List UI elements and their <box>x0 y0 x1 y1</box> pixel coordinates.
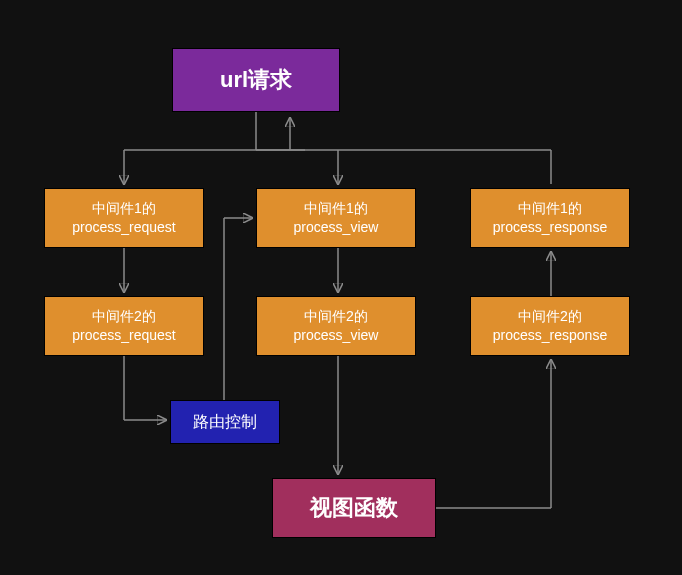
node-mw1-process-view: 中间件1的 process_view <box>256 188 416 248</box>
node-mw1-process-request: 中间件1的 process_request <box>44 188 204 248</box>
node-url-request: url请求 <box>172 48 340 112</box>
node-routing-control: 路由控制 <box>170 400 280 444</box>
node-mw2-process-request: 中间件2的 process_request <box>44 296 204 356</box>
node-view-function: 视图函数 <box>272 478 436 538</box>
node-mw2-process-response: 中间件2的 process_response <box>470 296 630 356</box>
node-mw1-process-response: 中间件1的 process_response <box>470 188 630 248</box>
node-mw2-process-view: 中间件2的 process_view <box>256 296 416 356</box>
